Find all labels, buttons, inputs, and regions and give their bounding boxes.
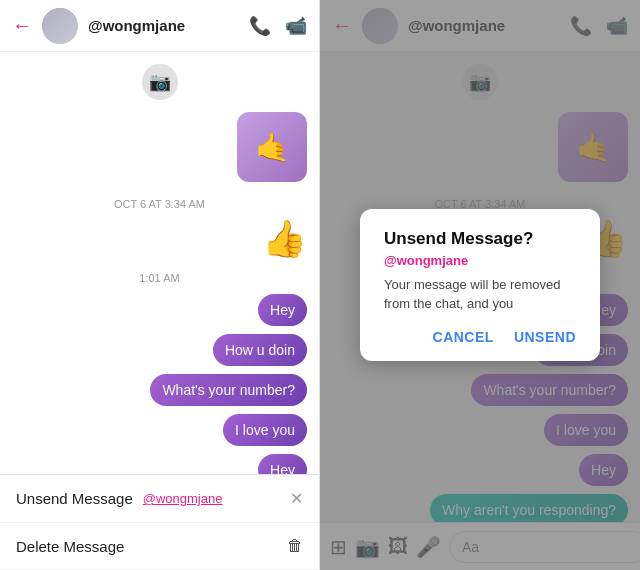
right-panel: ← @wongmjane 📞 📹 📷 🤙 OCT 6 AT 3:34 AM 👍 …	[320, 0, 640, 570]
timestamp-left-1: OCT 6 AT 3:34 AM	[12, 198, 307, 210]
bubble-hey: Hey	[258, 294, 307, 326]
sticker-area: 🤙	[12, 108, 307, 186]
timestamp-left-2: 1:01 AM	[12, 272, 307, 284]
delete-action-item[interactable]: Delete Message 🗑	[0, 523, 319, 570]
unsend-button[interactable]: UNSEND	[514, 329, 576, 345]
bubble-iloveyou: I love you	[223, 414, 307, 446]
trash-icon[interactable]: 🗑	[287, 537, 303, 555]
camera-icon: 📷	[142, 64, 178, 100]
unsend-modal: Unsend Message? @wongmjane Your message …	[360, 209, 600, 360]
left-panel: ← @wongmjane 📞 📹 📷 🤙 OCT 6 AT 3:34 AM 👍 …	[0, 0, 320, 570]
left-header: ← @wongmjane 📞 📹	[0, 0, 319, 52]
msg-iloveyou: I love you	[12, 414, 307, 446]
unsend-action-item[interactable]: Unsend Message @wongmjane ✕	[0, 475, 319, 523]
video-icon-left[interactable]: 📹	[285, 15, 307, 37]
bubble-howudoin: How u doin	[213, 334, 307, 366]
modal-overlay: Unsend Message? @wongmjane Your message …	[320, 0, 640, 570]
action-sheet: Unsend Message @wongmjane ✕ Delete Messa…	[0, 474, 319, 570]
unsend-action-left: Unsend Message @wongmjane	[16, 490, 222, 507]
msg-hey2: Hey	[12, 454, 307, 474]
back-button-left[interactable]: ←	[12, 14, 32, 37]
msg-howudoin: How u doin	[12, 334, 307, 366]
cancel-button[interactable]: CANCEL	[433, 329, 494, 345]
modal-actions: CANCEL UNSEND	[384, 329, 576, 345]
camera-row: 📷	[12, 64, 307, 100]
unsend-username: @wongmjane	[143, 491, 223, 506]
call-icon-left[interactable]: 📞	[249, 15, 271, 37]
msg-number: What's your number?	[12, 374, 307, 406]
bubble-hey2: Hey	[258, 454, 307, 474]
modal-body: Your message will be removed from the ch…	[384, 276, 576, 312]
bubble-number: What's your number?	[150, 374, 307, 406]
msg-hey: Hey	[12, 294, 307, 326]
close-icon[interactable]: ✕	[290, 489, 303, 508]
modal-title: Unsend Message?	[384, 229, 576, 249]
header-icons-left: 📞 📹	[249, 15, 307, 37]
delete-label: Delete Message	[16, 538, 124, 555]
username-left: @wongmjane	[88, 17, 239, 34]
avatar-left	[42, 8, 78, 44]
unsend-label: Unsend Message	[16, 490, 133, 507]
left-chat-area: 📷 🤙 OCT 6 AT 3:34 AM 👍 1:01 AM Hey How u…	[0, 52, 319, 474]
sticker: 🤙	[237, 112, 307, 182]
modal-username: @wongmjane	[384, 253, 576, 268]
thumbup-left: 👍	[12, 218, 307, 260]
